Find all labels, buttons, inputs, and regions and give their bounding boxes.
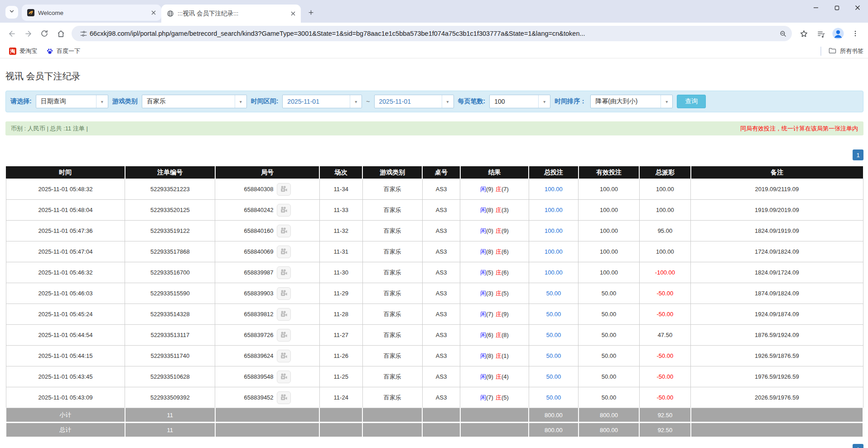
cell-total-bet[interactable]: 50.00: [529, 304, 579, 325]
table-row: 2025-11-01 05:48:32 522933521223 6588403…: [6, 179, 863, 200]
round-id: 658840308: [244, 186, 274, 193]
page-1-button[interactable]: 1: [853, 149, 863, 160]
page-1-button[interactable]: 1: [853, 444, 863, 448]
video-replay-button[interactable]: [277, 266, 291, 279]
tab-search-button[interactable]: [5, 6, 18, 19]
cell-round: 658839726: [215, 325, 320, 346]
cell-total-bet[interactable]: 100.00: [529, 179, 579, 200]
cell-total-bet[interactable]: 50.00: [529, 387, 579, 408]
cell-note: 2026.59/1976.59: [691, 387, 863, 408]
cell-session: 11-31: [319, 241, 362, 262]
cell-total-bet[interactable]: 50.00: [529, 366, 579, 387]
video-replay-button[interactable]: [277, 204, 291, 217]
zoom-icon[interactable]: [776, 27, 789, 40]
cell-round: 658840069: [215, 241, 320, 262]
chevron-down-icon[interactable]: ▾: [538, 95, 550, 108]
cell-table-no: AS3: [422, 200, 460, 221]
welcome-favicon-icon: [27, 9, 34, 16]
cell-valid-bet: 50.00: [579, 283, 639, 304]
profile-avatar[interactable]: [832, 27, 844, 40]
video-replay-button[interactable]: [277, 287, 291, 300]
table-row: 2025-11-01 05:48:04 522933520125 6588402…: [6, 200, 863, 221]
back-button[interactable]: [4, 25, 20, 42]
new-tab-button[interactable]: [304, 6, 317, 19]
cell-total-bet[interactable]: 50.00: [529, 346, 579, 366]
bookmark-label: 百度一下: [57, 47, 80, 55]
cell-time: 2025-11-01 05:47:36: [6, 221, 125, 241]
taobao-icon: 淘: [9, 48, 16, 55]
video-replay-button[interactable]: [277, 183, 291, 196]
bookmark-baidu[interactable]: 百度一下: [42, 46, 85, 57]
cell-total-bet[interactable]: 50.00: [529, 325, 579, 346]
minimize-button[interactable]: [805, 0, 826, 15]
video-replay-button[interactable]: [277, 308, 291, 321]
close-window-button[interactable]: [847, 0, 868, 15]
page-content: 视讯 会员下注纪录 请选择: 日期查询 ▾ 游戏类别 百家乐 ▾ 时间区间: 2…: [0, 71, 868, 448]
cell-table-no: AS3: [422, 366, 460, 387]
video-replay-button[interactable]: [277, 329, 291, 342]
toolbar-right-icons: [795, 27, 864, 40]
cell-note: 2019.09/2119.09: [691, 179, 863, 200]
chevron-down-icon[interactable]: ▾: [96, 95, 108, 108]
search-button[interactable]: 查询: [677, 95, 706, 108]
date-to-select[interactable]: 2025-11-01 ▾: [374, 95, 454, 108]
bookmark-star-icon[interactable]: [797, 27, 810, 40]
round-id: 658840069: [244, 248, 274, 255]
table-header-row: 时间 注单编号 局号 场次 游戏类别 桌号 结果 总投注 有效投注 总派彩 备注: [6, 166, 863, 179]
cell-table-no: AS3: [422, 179, 460, 200]
bookmark-taobao[interactable]: 淘 爱淘宝: [5, 46, 42, 57]
cell-total-bet[interactable]: 100.00: [529, 262, 579, 283]
cell-session: 11-24: [319, 387, 362, 408]
url-bar[interactable]: 66cxkj98.com/ipl/portal.php/game/betreco…: [72, 26, 792, 41]
all-bookmarks[interactable]: 所有书签: [820, 47, 863, 56]
media-controls-icon[interactable]: [815, 27, 827, 40]
video-replay-button[interactable]: [277, 391, 291, 404]
cell-result: 闲(9)庄(4): [460, 366, 529, 387]
tab-bet-record[interactable]: :::视讯 会员下注纪录:::: [161, 5, 301, 23]
cell-total-bet[interactable]: 100.00: [529, 241, 579, 262]
url-text[interactable]: 66cxkj98.com/ipl/portal.php/game/betreco…: [90, 30, 776, 37]
chevron-down-icon[interactable]: ▾: [350, 95, 362, 108]
chevron-down-icon: [9, 8, 15, 16]
video-replay-button[interactable]: [277, 246, 291, 258]
cell-payout: 47.50: [639, 325, 691, 346]
cell-game-type: 百家乐: [362, 366, 422, 387]
video-replay-button[interactable]: [277, 350, 291, 362]
bookmark-label: 爱淘宝: [19, 47, 37, 55]
game-type-select[interactable]: 百家乐 ▾: [142, 95, 247, 108]
video-replay-button[interactable]: [277, 371, 291, 383]
cell-total-bet[interactable]: 100.00: [529, 200, 579, 221]
query-type-select[interactable]: 日期查询 ▾: [36, 95, 108, 108]
maximize-button[interactable]: [826, 0, 847, 15]
video-replay-button[interactable]: [277, 225, 291, 237]
summary-label: 总计: [6, 423, 125, 438]
cell-payout: 100.00: [639, 241, 691, 262]
cell-note: 1874.09/1824.09: [691, 283, 863, 304]
menu-dots-icon[interactable]: [849, 27, 862, 40]
date-from-select[interactable]: 2025-11-01 ▾: [282, 95, 362, 108]
tab-welcome[interactable]: Welcome: [22, 5, 161, 21]
tab-close-icon[interactable]: [149, 9, 158, 17]
summary-row: 总计 11 800.00 800.00 92.50: [6, 423, 863, 438]
sort-select[interactable]: 降幂(由大到小) ▾: [590, 95, 673, 108]
summary-valid-bet: 800.00: [579, 408, 639, 423]
home-button[interactable]: [53, 25, 69, 42]
column-header: 局号: [215, 166, 320, 179]
chevron-down-icon[interactable]: ▾: [661, 95, 672, 108]
tab-close-icon[interactable]: [289, 10, 297, 18]
cell-total-bet[interactable]: 50.00: [529, 283, 579, 304]
cell-game-type: 百家乐: [362, 262, 422, 283]
cell-result: 闲(8)庄(1): [460, 346, 529, 366]
date-range-label: 时间区间:: [251, 97, 279, 106]
site-controls-icon[interactable]: [77, 27, 90, 40]
column-header: 备注: [691, 166, 863, 179]
info-bar: 币别 : 人民币 | 总共 :11 注单 | 同局有效投注，统一计算在该局第一张…: [5, 121, 863, 135]
reload-button[interactable]: [36, 25, 53, 42]
chevron-down-icon[interactable]: ▾: [235, 95, 246, 108]
cell-total-bet[interactable]: 100.00: [529, 221, 579, 241]
per-page-select[interactable]: 100 ▾: [489, 95, 550, 108]
cell-round: 658839987: [215, 262, 320, 283]
chevron-down-icon[interactable]: ▾: [442, 95, 453, 108]
cell-round: 658840242: [215, 200, 320, 221]
forward-button[interactable]: [20, 25, 36, 42]
